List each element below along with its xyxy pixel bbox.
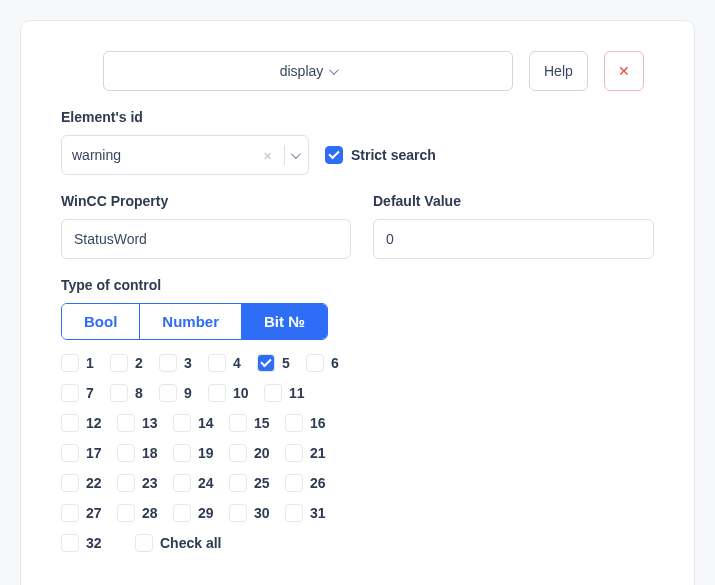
bit-label: 20 (254, 445, 270, 461)
close-button[interactable]: ✕ (604, 51, 644, 91)
bit-checkbox-3[interactable]: 3 (159, 354, 208, 372)
bit-checkbox-31[interactable]: 31 (285, 504, 341, 522)
checkbox-icon (117, 504, 135, 522)
bit-checkbox-17[interactable]: 17 (61, 444, 117, 462)
bit-label: 16 (310, 415, 326, 431)
checkbox-icon (110, 354, 128, 372)
bit-checkbox-1[interactable]: 1 (61, 354, 110, 372)
checkbox-icon (61, 474, 79, 492)
element-id-value: warning (72, 147, 257, 163)
bit-checkbox-20[interactable]: 20 (229, 444, 285, 462)
bit-label: 32 (86, 535, 102, 551)
bit-label: 13 (142, 415, 158, 431)
bit-label: 28 (142, 505, 158, 521)
bits-row: 2728293031 (61, 504, 401, 522)
element-id-select[interactable]: warning × (61, 135, 309, 175)
checkbox-icon (110, 384, 128, 402)
bit-label: 26 (310, 475, 326, 491)
checkbox-icon (208, 384, 226, 402)
bit-checkbox-13[interactable]: 13 (117, 414, 173, 432)
bit-checkbox-22[interactable]: 22 (61, 474, 117, 492)
bit-checkbox-8[interactable]: 8 (110, 384, 159, 402)
bit-checkbox-15[interactable]: 15 (229, 414, 285, 432)
checkbox-icon (159, 354, 177, 372)
checkbox-icon (61, 384, 79, 402)
bit-checkbox-5[interactable]: 5 (257, 354, 306, 372)
bit-label: 1 (86, 355, 94, 371)
bit-checkbox-4[interactable]: 4 (208, 354, 257, 372)
bit-label: 12 (86, 415, 102, 431)
wincc-col: WinCC Property (61, 193, 351, 259)
display-dropdown[interactable]: display (103, 51, 513, 91)
chevron-down-icon[interactable] (291, 149, 301, 159)
checkbox-icon (285, 414, 303, 432)
strict-search-checkbox-wrap[interactable]: Strict search (325, 146, 436, 164)
bit-label: 31 (310, 505, 326, 521)
bit-checkbox-29[interactable]: 29 (173, 504, 229, 522)
bit-label: 2 (135, 355, 143, 371)
bit-label: 18 (142, 445, 158, 461)
bit-checkbox-6[interactable]: 6 (306, 354, 355, 372)
bit-checkbox-12[interactable]: 12 (61, 414, 117, 432)
bit-label: 4 (233, 355, 241, 371)
default-label: Default Value (373, 193, 654, 209)
bits-row-last: 32 Check all (61, 534, 401, 552)
bit-label: 11 (289, 385, 305, 401)
bit-checkbox-14[interactable]: 14 (173, 414, 229, 432)
top-row: display Help ✕ (61, 51, 654, 91)
check-all-label: Check all (160, 535, 221, 551)
bit-label: 9 (184, 385, 192, 401)
checkbox-icon (257, 354, 275, 372)
checkbox-icon (173, 504, 191, 522)
seg-number[interactable]: Number (140, 304, 242, 339)
strict-search-checkbox[interactable] (325, 146, 343, 164)
bits-row: 7891011 (61, 384, 401, 402)
bit-checkbox-23[interactable]: 23 (117, 474, 173, 492)
type-segmented-control: Bool Number Bit № (61, 303, 328, 340)
wincc-input[interactable] (61, 219, 351, 259)
bit-label: 17 (86, 445, 102, 461)
check-all-checkbox[interactable]: Check all (135, 534, 221, 552)
close-icon: ✕ (618, 63, 630, 79)
bit-checkbox-18[interactable]: 18 (117, 444, 173, 462)
element-id-row: warning × Strict search (61, 135, 654, 175)
element-id-label: Element's id (61, 109, 654, 125)
bit-label: 7 (86, 385, 94, 401)
checkbox-icon (173, 444, 191, 462)
clear-icon[interactable]: × (257, 147, 278, 164)
checkbox-icon (117, 414, 135, 432)
checkbox-icon (208, 354, 226, 372)
bit-checkbox-11[interactable]: 11 (264, 384, 320, 402)
help-button-label: Help (544, 63, 573, 79)
bit-checkbox-24[interactable]: 24 (173, 474, 229, 492)
bit-checkbox-2[interactable]: 2 (110, 354, 159, 372)
bit-label: 3 (184, 355, 192, 371)
checkbox-icon (61, 414, 79, 432)
bit-checkbox-25[interactable]: 25 (229, 474, 285, 492)
type-of-control-label: Type of control (61, 277, 654, 293)
checkbox-icon (61, 444, 79, 462)
chevron-down-icon (329, 65, 339, 75)
bit-checkbox-26[interactable]: 26 (285, 474, 341, 492)
checkbox-icon (229, 474, 247, 492)
seg-bool[interactable]: Bool (62, 304, 140, 339)
bit-checkbox-32[interactable]: 32 (61, 534, 117, 552)
config-card: display Help ✕ Element's id warning × St… (20, 20, 695, 585)
bit-label: 6 (331, 355, 339, 371)
bit-checkbox-21[interactable]: 21 (285, 444, 341, 462)
divider (284, 145, 285, 165)
bit-checkbox-9[interactable]: 9 (159, 384, 208, 402)
checkbox-icon (61, 504, 79, 522)
bit-checkbox-27[interactable]: 27 (61, 504, 117, 522)
seg-bit[interactable]: Bit № (242, 304, 327, 339)
bit-checkbox-28[interactable]: 28 (117, 504, 173, 522)
bit-label: 10 (233, 385, 249, 401)
bit-checkbox-10[interactable]: 10 (208, 384, 264, 402)
bit-checkbox-30[interactable]: 30 (229, 504, 285, 522)
default-input[interactable] (373, 219, 654, 259)
help-button[interactable]: Help (529, 51, 588, 91)
bits-row: 1718192021 (61, 444, 401, 462)
bit-checkbox-7[interactable]: 7 (61, 384, 110, 402)
bit-checkbox-19[interactable]: 19 (173, 444, 229, 462)
bit-checkbox-16[interactable]: 16 (285, 414, 341, 432)
